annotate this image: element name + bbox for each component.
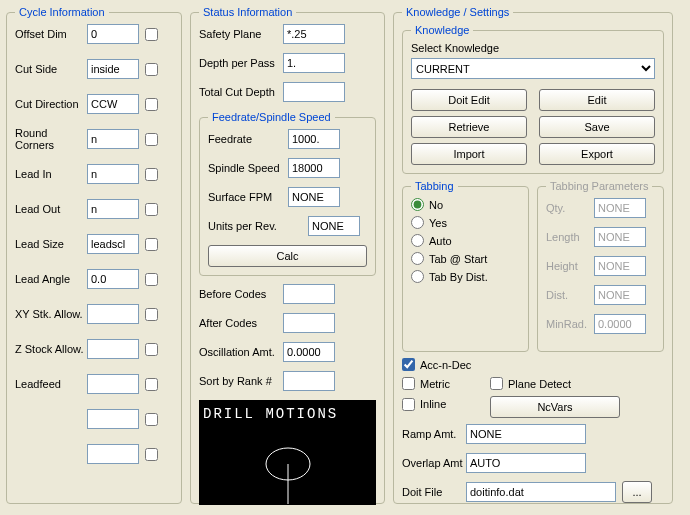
export-button[interactable]: Export bbox=[539, 143, 655, 165]
preview-pane: DRILL MOTIONS bbox=[199, 400, 376, 505]
calc-button[interactable]: Calc bbox=[208, 245, 367, 267]
height-label: Height bbox=[546, 260, 594, 272]
tabbing-radio[interactable] bbox=[411, 216, 424, 229]
tabbing-legend: Tabbing bbox=[411, 180, 458, 192]
cycle-row: Round Corners bbox=[15, 129, 173, 149]
ramp-amt-input[interactable] bbox=[466, 424, 586, 444]
cycle-information-group: Cycle Information Offset DimCut SideCut … bbox=[6, 6, 182, 504]
ramp-amt-label: Ramp Amt. bbox=[402, 428, 466, 440]
qty-input bbox=[594, 198, 646, 218]
select-knowledge-label: Select Knowledge bbox=[411, 42, 655, 54]
tabbing-option[interactable]: Auto bbox=[411, 234, 520, 247]
cycle-field-input[interactable] bbox=[87, 129, 139, 149]
safety-plane-input[interactable] bbox=[283, 24, 345, 44]
sort-rank-input[interactable] bbox=[283, 371, 335, 391]
cycle-field-input[interactable] bbox=[87, 94, 139, 114]
cycle-field-checkbox[interactable] bbox=[145, 273, 158, 286]
spindle-speed-input[interactable] bbox=[288, 158, 340, 178]
feedrate-input[interactable] bbox=[288, 129, 340, 149]
tabbing-radio[interactable] bbox=[411, 270, 424, 283]
depth-per-pass-label: Depth per Pass bbox=[199, 57, 283, 69]
cycle-field-input[interactable] bbox=[87, 374, 139, 394]
cycle-field-checkbox[interactable] bbox=[145, 448, 158, 461]
tabbing-option-label: Yes bbox=[429, 217, 447, 229]
cycle-field-input[interactable] bbox=[87, 234, 139, 254]
status-information-group: Status Information Safety Plane Depth pe… bbox=[190, 6, 385, 504]
cycle-field-input[interactable] bbox=[87, 269, 139, 289]
doit-edit-button[interactable]: Doit Edit bbox=[411, 89, 527, 111]
metric-checkbox[interactable] bbox=[402, 377, 415, 390]
cycle-field-input[interactable] bbox=[87, 304, 139, 324]
tabbing-radio[interactable] bbox=[411, 252, 424, 265]
tabbing-params-group: Tabbing Parameters Qty. Length Height Di… bbox=[537, 180, 664, 352]
cycle-field-checkbox[interactable] bbox=[145, 28, 158, 41]
osc-amt-label: Oscillation Amt. bbox=[199, 346, 283, 358]
cycle-field-label: Lead Size bbox=[15, 238, 87, 250]
import-button[interactable]: Import bbox=[411, 143, 527, 165]
edit-button[interactable]: Edit bbox=[539, 89, 655, 111]
minrad-input bbox=[594, 314, 646, 334]
depth-per-pass-input[interactable] bbox=[283, 53, 345, 73]
qty-label: Qty. bbox=[546, 202, 594, 214]
dist-input bbox=[594, 285, 646, 305]
cycle-row: Lead Size bbox=[15, 234, 173, 254]
cycle-field-label: Cut Side bbox=[15, 63, 87, 75]
cycle-field-checkbox[interactable] bbox=[145, 378, 158, 391]
cycle-field-checkbox[interactable] bbox=[145, 308, 158, 321]
acc-n-dec-label: Acc-n-Dec bbox=[420, 359, 471, 371]
cycle-field-label: Lead Angle bbox=[15, 273, 87, 285]
tabbing-radio[interactable] bbox=[411, 198, 424, 211]
cycle-field-input[interactable] bbox=[87, 164, 139, 184]
tabbing-option-label: Tab By Dist. bbox=[429, 271, 488, 283]
select-knowledge-dropdown[interactable]: CURRENT bbox=[411, 58, 655, 79]
cycle-field-checkbox[interactable] bbox=[145, 413, 158, 426]
total-cut-depth-label: Total Cut Depth bbox=[199, 86, 283, 98]
cycle-field-checkbox[interactable] bbox=[145, 133, 158, 146]
cycle-row: XY Stk. Allow. bbox=[15, 304, 173, 324]
doit-file-label: Doit File bbox=[402, 486, 466, 498]
inline-checkbox[interactable] bbox=[402, 398, 415, 411]
cycle-field-checkbox[interactable] bbox=[145, 63, 158, 76]
cycle-row: Cut Direction bbox=[15, 94, 173, 114]
cycle-field-label: Z Stock Allow. bbox=[15, 343, 87, 355]
cycle-field-checkbox[interactable] bbox=[145, 343, 158, 356]
spindle-speed-label: Spindle Speed bbox=[208, 162, 288, 174]
before-codes-label: Before Codes bbox=[199, 288, 283, 300]
total-cut-depth-input[interactable] bbox=[283, 82, 345, 102]
units-rev-input[interactable] bbox=[308, 216, 360, 236]
cycle-field-input[interactable] bbox=[87, 24, 139, 44]
browse-button[interactable]: ... bbox=[622, 481, 652, 503]
cycle-field-checkbox[interactable] bbox=[145, 98, 158, 111]
cycle-field-input[interactable] bbox=[87, 59, 139, 79]
doit-file-input[interactable] bbox=[466, 482, 616, 502]
cycle-legend: Cycle Information bbox=[15, 6, 109, 18]
length-input bbox=[594, 227, 646, 247]
cycle-field-input[interactable] bbox=[87, 444, 139, 464]
after-codes-input[interactable] bbox=[283, 313, 335, 333]
save-button[interactable]: Save bbox=[539, 116, 655, 138]
after-codes-label: After Codes bbox=[199, 317, 283, 329]
metric-label: Metric bbox=[420, 378, 450, 390]
cycle-field-checkbox[interactable] bbox=[145, 203, 158, 216]
cycle-field-checkbox[interactable] bbox=[145, 238, 158, 251]
before-codes-input[interactable] bbox=[283, 284, 335, 304]
cycle-field-checkbox[interactable] bbox=[145, 168, 158, 181]
tabbing-option[interactable]: Tab By Dist. bbox=[411, 270, 520, 283]
overlap-amt-input[interactable] bbox=[466, 453, 586, 473]
tabbing-option[interactable]: No bbox=[411, 198, 520, 211]
acc-n-dec-checkbox[interactable] bbox=[402, 358, 415, 371]
units-rev-label: Units per Rev. bbox=[208, 220, 288, 232]
cycle-field-input[interactable] bbox=[87, 409, 139, 429]
plane-detect-checkbox[interactable] bbox=[490, 377, 503, 390]
surface-fpm-input[interactable] bbox=[288, 187, 340, 207]
dist-label: Dist. bbox=[546, 289, 594, 301]
osc-amt-input[interactable] bbox=[283, 342, 335, 362]
tabbing-radio[interactable] bbox=[411, 234, 424, 247]
retrieve-button[interactable]: Retrieve bbox=[411, 116, 527, 138]
safety-plane-label: Safety Plane bbox=[199, 28, 283, 40]
cycle-field-input[interactable] bbox=[87, 339, 139, 359]
ncvars-button[interactable]: NcVars bbox=[490, 396, 620, 418]
tabbing-option[interactable]: Tab @ Start bbox=[411, 252, 520, 265]
tabbing-option[interactable]: Yes bbox=[411, 216, 520, 229]
cycle-field-input[interactable] bbox=[87, 199, 139, 219]
